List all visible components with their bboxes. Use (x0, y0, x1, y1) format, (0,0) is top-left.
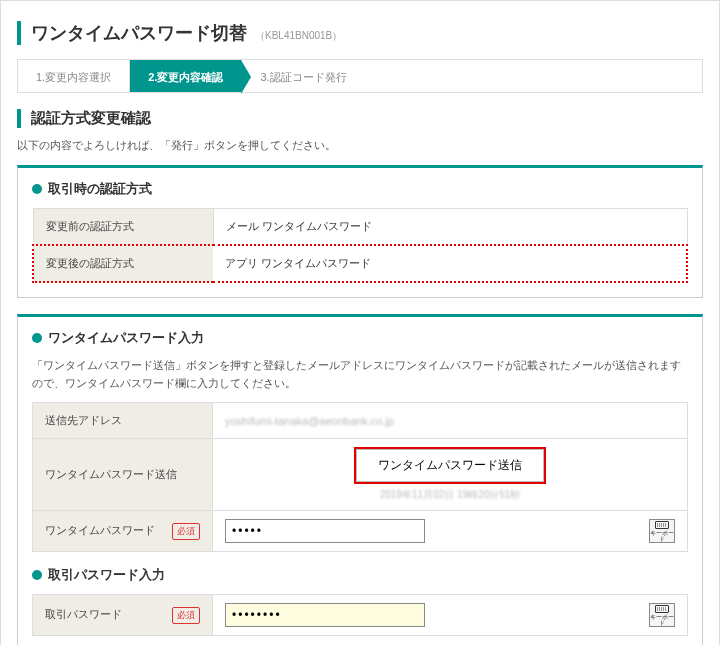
password-panel: ワンタイムパスワード入力 「ワンタイムパスワード送信」ボタンを押すと登録したメー… (17, 314, 703, 645)
otp-input[interactable] (225, 519, 425, 543)
otp-send-label: ワンタイムパスワード送信 (33, 439, 213, 511)
auth-after-label: 変更後の認証方式 (33, 245, 213, 282)
software-keyboard-button[interactable]: キーボード (649, 519, 675, 543)
step-indicator: 1.変更内容選択 2.変更内容確認 3.認証コード発行 (17, 59, 703, 93)
auth-method-table: 変更前の認証方式 メール ワンタイムパスワード 変更後の認証方式 アプリ ワンタ… (32, 208, 688, 283)
step-1: 1.変更内容選択 (18, 60, 130, 92)
txn-heading: 取引パスワード入力 (32, 566, 688, 584)
keyboard-icon (655, 521, 669, 529)
otp-address-value: yoshifumi-tanaka@aeonbank.co.jp (225, 415, 394, 427)
auth-before-value: メール ワンタイムパスワード (213, 209, 687, 246)
page-code: （KBL41BN001B） (255, 29, 342, 43)
otp-field-row: ワンタイムパスワード 必須 キーボード (33, 511, 688, 552)
txn-table: 取引パスワード 必須 キーボード (32, 594, 688, 636)
otp-send-row: ワンタイムパスワード送信 ワンタイムパスワード送信 2019年11月02日 19… (33, 439, 688, 511)
otp-address-label: 送信先アドレス (33, 403, 213, 439)
auth-after-value: アプリ ワンタイムパスワード (213, 245, 687, 282)
section-intro: 以下の内容でよろしければ、「発行」ボタンを押してください。 (17, 138, 703, 153)
required-badge: 必須 (172, 523, 200, 540)
section-title: 認証方式変更確認 (17, 109, 703, 128)
otp-address-row: 送信先アドレス yoshifumi-tanaka@aeonbank.co.jp (33, 403, 688, 439)
otp-send-button[interactable]: ワンタイムパスワード送信 (354, 447, 546, 484)
txn-field-row: 取引パスワード 必須 キーボード (33, 595, 688, 636)
auth-method-heading-text: 取引時の認証方式 (48, 180, 152, 198)
otp-field-label: ワンタイムパスワード (45, 524, 155, 536)
page-title-block: ワンタイムパスワード切替 （KBL41BN001B） (17, 21, 703, 45)
step-3: 3.認証コード発行 (242, 60, 364, 92)
auth-before-row: 変更前の認証方式 メール ワンタイムパスワード (33, 209, 687, 246)
txn-field-label: 取引パスワード (45, 608, 122, 620)
required-badge: 必須 (172, 607, 200, 624)
auth-method-panel: 取引時の認証方式 変更前の認証方式 メール ワンタイムパスワード 変更後の認証方… (17, 165, 703, 298)
keyboard-icon-label: キーボード (650, 530, 674, 542)
auth-method-heading: 取引時の認証方式 (32, 180, 688, 198)
bullet-icon (32, 184, 42, 194)
auth-after-row: 変更後の認証方式 アプリ ワンタイムパスワード (33, 245, 687, 282)
otp-heading-text: ワンタイムパスワード入力 (48, 329, 204, 347)
step-2: 2.変更内容確認 (130, 60, 242, 92)
otp-send-timestamp: 2019年11月02日 19時20分51秒 (225, 488, 675, 502)
software-keyboard-button[interactable]: キーボード (649, 603, 675, 627)
auth-before-label: 変更前の認証方式 (33, 209, 213, 246)
bullet-icon (32, 570, 42, 580)
otp-heading: ワンタイムパスワード入力 (32, 329, 688, 347)
txn-password-input[interactable] (225, 603, 425, 627)
page-title: ワンタイムパスワード切替 (31, 21, 247, 45)
keyboard-icon-label: キーボード (650, 614, 674, 626)
bullet-icon (32, 333, 42, 343)
page-container: ワンタイムパスワード切替 （KBL41BN001B） 1.変更内容選択 2.変更… (0, 0, 720, 645)
otp-desc: 「ワンタイムパスワード送信」ボタンを押すと登録したメールアドレスにワンタイムパス… (32, 357, 688, 392)
txn-heading-text: 取引パスワード入力 (48, 566, 165, 584)
otp-table: 送信先アドレス yoshifumi-tanaka@aeonbank.co.jp … (32, 402, 688, 552)
keyboard-icon (655, 605, 669, 613)
